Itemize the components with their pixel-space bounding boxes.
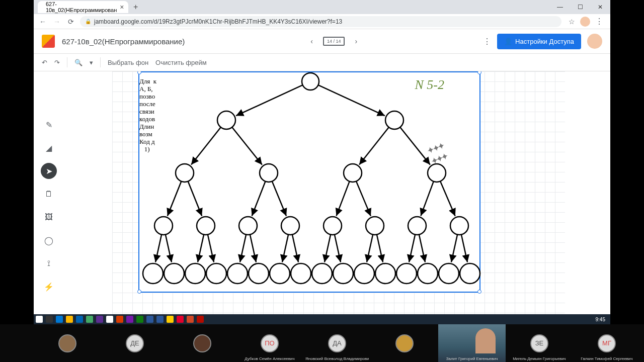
image-tool[interactable]: 🖼 (41, 209, 57, 225)
svg-line-15 (166, 235, 172, 262)
frame-indicator[interactable]: 14 / 14 (323, 37, 345, 46)
svg-line-4 (359, 127, 389, 164)
selected-drawing[interactable]: Для к А, Б, позво после связи кодов Длин… (138, 71, 480, 293)
pen-tool[interactable]: ✎ (41, 117, 57, 133)
participant-tile[interactable]: ЗЕМигель Демьян Григорьевич (506, 324, 573, 362)
participant-name: Яновский Всеволод Владимирович (305, 356, 369, 361)
svg-point-43 (408, 217, 426, 235)
svg-line-5 (400, 127, 430, 165)
background-button[interactable]: Выбрать фон (108, 59, 148, 66)
sticky-note-tool[interactable]: 🗒 (41, 186, 57, 202)
zoom-dropdown[interactable]: ▾ (90, 59, 93, 66)
chrome-icon[interactable] (86, 316, 93, 323)
new-tab-button[interactable]: + (128, 3, 143, 12)
url-field[interactable]: 🔒 jamboard.google.com/d/19Rz3gtPJcrM0nK1… (80, 16, 561, 27)
next-frame-button[interactable]: › (355, 37, 357, 45)
svg-line-22 (325, 235, 331, 262)
bookmark-icon[interactable]: ☆ (569, 18, 575, 26)
explorer-icon[interactable] (66, 316, 73, 323)
start-icon[interactable] (36, 316, 43, 323)
svg-line-27 (419, 235, 425, 262)
windows-taskbar[interactable]: 9:45 (34, 314, 610, 324)
reload-button[interactable]: ⟳ (66, 18, 76, 26)
back-button[interactable]: ← (38, 18, 48, 26)
window-controls: — ☐ ✕ (550, 0, 610, 14)
close-tab-icon[interactable]: × (120, 3, 124, 11)
svg-point-59 (439, 263, 459, 284)
redo-button[interactable]: ↷ (54, 59, 60, 66)
participant-name: Галкин Тимофей Сергеевич (575, 356, 638, 361)
app-icon[interactable] (76, 316, 83, 323)
zoom-button[interactable]: 🔍 (74, 59, 83, 66)
selection-handle[interactable] (477, 290, 481, 294)
lock-icon: 🔒 (85, 19, 91, 24)
svg-point-32 (385, 111, 404, 129)
svg-line-19 (250, 235, 256, 262)
app-icon[interactable] (116, 316, 123, 323)
svg-line-13 (440, 182, 455, 216)
select-tool[interactable]: ➤ (41, 163, 57, 179)
binary-tree-drawing (139, 72, 481, 294)
laser-tool[interactable]: ⚡ (41, 279, 57, 295)
minimize-button[interactable]: — (550, 0, 570, 14)
edge-icon[interactable] (56, 316, 63, 323)
maximize-button[interactable]: ☐ (570, 0, 590, 14)
svg-line-18 (240, 235, 246, 262)
svg-line-24 (367, 235, 373, 262)
shape-tool[interactable]: ◯ (41, 232, 57, 248)
svg-line-6 (168, 182, 182, 216)
account-avatar[interactable] (587, 34, 602, 49)
app-icon[interactable] (106, 316, 113, 323)
clear-frame-button[interactable]: Очистить фрейм (155, 59, 207, 66)
svg-point-39 (239, 217, 257, 235)
app-icon[interactable] (177, 316, 184, 323)
participant-tile[interactable]: ДАЯновский Всеволод Владимирович (303, 324, 371, 362)
close-window-button[interactable]: ✕ (590, 0, 610, 14)
yandex-icon[interactable] (167, 316, 174, 323)
share-button[interactable]: 👤 Настройки Доступа (497, 34, 581, 49)
app-icon[interactable] (126, 316, 133, 323)
textbox-tool[interactable]: ⟟ (41, 255, 57, 272)
participant-tile[interactable]: Залит Григорий Евгеньевич (438, 324, 506, 362)
eraser-tool[interactable]: ◢ (41, 140, 57, 156)
excel-icon[interactable] (136, 316, 143, 323)
svg-line-23 (335, 235, 341, 262)
svg-point-55 (354, 263, 374, 284)
svg-point-48 (206, 263, 226, 284)
svg-point-46 (164, 263, 184, 284)
participant-tile[interactable]: ГСГалявов Марат Фаридович (640, 324, 644, 362)
svg-line-9 (272, 182, 286, 216)
svg-line-10 (336, 182, 349, 216)
prev-frame-button[interactable]: ‹ (310, 37, 313, 45)
document-title[interactable]: 627-10в_02(НЕпрограммирование) (62, 37, 185, 46)
pdf-icon[interactable] (197, 316, 204, 323)
search-taskbar-icon[interactable] (46, 316, 53, 323)
drawing-tools: ✎ ◢ ➤ 🗒 🖼 ◯ ⟟ ⚡ (39, 117, 59, 295)
app-icon[interactable] (146, 316, 153, 323)
participant-tile[interactable] (169, 324, 236, 362)
taskbar-clock[interactable]: 9:45 (596, 317, 608, 322)
undo-button[interactable]: ↶ (42, 59, 47, 66)
browser-tab[interactable]: 627-10в_02(НЕпрограммирован × (38, 1, 128, 13)
jamboard-logo[interactable] (42, 35, 55, 48)
profile-avatar[interactable] (580, 17, 590, 27)
participant-tile[interactable] (371, 324, 438, 362)
canvas[interactable]: Для к А, Б, позво после связи кодов Длин… (112, 71, 565, 314)
participant-name: Мигель Демьян Григорьевич (508, 356, 571, 361)
participant-tile[interactable]: ПОДубков Семён Алексеевич (236, 324, 303, 362)
participant-tile[interactable]: МГГалкин Тимофей Сергеевич (573, 324, 640, 362)
app-header: 627-10в_02(НЕпрограммирование) ‹ 14 / 14… (34, 29, 610, 53)
svg-line-11 (356, 182, 371, 216)
participant-tile[interactable]: ДЕ (101, 324, 169, 362)
word-icon[interactable] (156, 316, 164, 323)
forward-button[interactable]: → (52, 18, 62, 26)
svg-point-58 (418, 263, 438, 284)
more-options-icon[interactable]: ⋮ (483, 37, 491, 46)
browser-menu-icon[interactable]: ⋮ (595, 17, 603, 26)
participant-tile[interactable] (34, 324, 101, 362)
participant-avatar: ДА (328, 334, 346, 352)
powerpoint-icon[interactable] (187, 316, 194, 323)
vscode-icon[interactable] (96, 316, 103, 323)
video-call-participants: ДЕПОДубков Семён АлексеевичДАЯновский Вс… (0, 324, 644, 362)
selection-handle[interactable] (137, 290, 141, 294)
